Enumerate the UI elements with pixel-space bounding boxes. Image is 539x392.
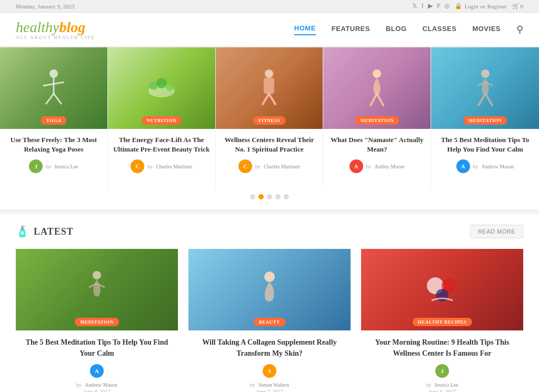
svg-point-24: [264, 272, 275, 282]
by-text: by: [366, 164, 372, 169]
svg-rect-10: [264, 78, 274, 94]
latest-card-content: Will Taking A Collagen Supplement Really…: [188, 330, 351, 392]
author-name: Simon Walters: [258, 382, 290, 388]
carousel-cards: YOGA Use These Freely: The 3 Most Relaxi…: [0, 47, 539, 188]
author-name: Charles Martinez: [264, 164, 300, 169]
cart-icon[interactable]: 🛒 0: [512, 3, 524, 9]
svg-line-15: [377, 94, 383, 105]
svg-point-8: [166, 84, 173, 91]
by-text: by: [46, 164, 51, 169]
latest-card-badge: BEAUTY: [254, 318, 286, 326]
facebook-icon[interactable]: f: [422, 2, 424, 10]
nav-classes[interactable]: CLASSES: [423, 25, 457, 35]
latest-card-badge: MEDITATION: [75, 318, 119, 326]
card-content: Use These Freely: The 3 Most Relaxing Yo…: [0, 129, 107, 177]
carousel-dot[interactable]: [275, 194, 281, 199]
latest-card-content: Your Morning Routine: 9 Health Tips This…: [361, 330, 523, 392]
latest-card[interactable]: BEAUTY Will Taking A Collagen Supplement…: [188, 249, 351, 392]
latest-card-title: Your Morning Routine: 9 Health Tips This…: [365, 337, 519, 359]
by-text: by: [255, 164, 261, 169]
card-title: The Energy Face-Lift As The Ultimate Pre…: [113, 135, 210, 154]
card-content: Wellness Centers Reveal Their No. 1 Spir…: [216, 129, 323, 177]
pinterest-icon[interactable]: P: [437, 2, 441, 10]
carousel-card[interactable]: MEDITATION The 5 Best Meditation Tips To…: [431, 47, 539, 188]
instagram-icon[interactable]: ◎: [444, 2, 450, 10]
nav-movies[interactable]: MOVIES: [472, 25, 501, 35]
latest-icon: 🧴: [16, 225, 29, 238]
author-name-row: by Andrew Mason: [20, 382, 174, 388]
card-image: FITNESS: [216, 47, 323, 129]
card-image: YOGA: [0, 47, 107, 129]
date-text: Monday, January 9, 2023: [16, 3, 74, 9]
card-image: MEDITATION: [431, 47, 539, 129]
read-more-button[interactable]: READ MORE: [470, 225, 523, 238]
carousel-dot[interactable]: [267, 194, 272, 199]
author-name: Jessica Lee: [434, 382, 458, 388]
carousel-card[interactable]: MEDITATION What Does "Namaste" Actually …: [323, 47, 431, 188]
svg-point-7: [156, 78, 167, 88]
social-icons: 𝕏 f ▶ P ◎: [412, 2, 450, 10]
carousel-dot[interactable]: [250, 194, 255, 199]
carousel-dot[interactable]: [284, 194, 289, 199]
login-link[interactable]: Login: [464, 3, 478, 9]
author-avatar: C: [131, 159, 144, 173]
latest-card-badge: HEALTHY RECIPES: [413, 318, 472, 326]
svg-point-13: [373, 69, 381, 78]
author-row: C by Charles Martinez: [113, 159, 210, 173]
nav-features[interactable]: FEATURES: [332, 25, 370, 35]
latest-section: 🧴 LATEST READ MORE MEDITATION The 5 Best…: [0, 214, 539, 392]
svg-line-14: [371, 94, 377, 105]
nav-home[interactable]: HOME: [294, 24, 316, 35]
author-avatar: A: [456, 159, 470, 173]
search-button[interactable]: ⚲: [516, 24, 523, 35]
svg-line-19: [478, 94, 485, 105]
login-area: 🔒 Login or Register: [455, 3, 506, 9]
register-link[interactable]: Register: [487, 3, 507, 9]
section-header: 🧴 LATEST READ MORE: [16, 225, 523, 238]
card-title: What Does "Namaste" Actually Mean?: [328, 135, 425, 154]
header: healthyblog ALL ABOUT HEALTH LIFE HOME F…: [0, 13, 539, 47]
logo[interactable]: healthyblog ALL ABOUT HEALTH LIFE: [16, 19, 95, 40]
card-content: The Energy Face-Lift As The Ultimate Pre…: [108, 129, 215, 177]
cart-count: 0: [521, 3, 524, 9]
author-avatar: S: [263, 364, 276, 378]
author-avatar: J: [435, 364, 449, 378]
carousel-card[interactable]: NUTRITION The Energy Face-Lift As The Ul…: [108, 47, 216, 188]
youtube-icon[interactable]: ▶: [428, 2, 433, 10]
svg-point-16: [481, 69, 490, 78]
card-title: Use These Freely: The 3 Most Relaxing Yo…: [5, 135, 102, 154]
by-text: by: [250, 382, 255, 388]
latest-card-content: The 5 Best Meditation Tips To Help You F…: [16, 330, 178, 392]
card-badge: YOGA: [41, 116, 66, 125]
carousel-card[interactable]: YOGA Use These Freely: The 3 Most Relaxi…: [0, 47, 108, 188]
svg-point-27: [436, 289, 448, 301]
logo-text: healthyblog: [16, 19, 85, 36]
author-avatar: J: [29, 159, 43, 173]
author-row: J by Jessica Lee: [5, 159, 102, 173]
author-name: Ashley Moore: [375, 164, 405, 169]
twitter-icon[interactable]: 𝕏: [412, 2, 417, 10]
svg-line-3: [46, 94, 54, 104]
author-date: June 6, 2017: [365, 389, 519, 392]
author-name: Andrew Mason: [85, 382, 117, 388]
by-text: by: [426, 382, 431, 388]
top-bar: Monday, January 9, 2023 𝕏 f ▶ P ◎ 🔒 Logi…: [0, 0, 539, 13]
carousel-dot[interactable]: [258, 194, 264, 199]
carousel-section: YOGA Use These Freely: The 3 Most Relaxi…: [0, 47, 539, 210]
svg-line-12: [269, 94, 275, 104]
latest-card-image: MEDITATION: [16, 249, 178, 330]
latest-card-image: HEALTHY RECIPES: [361, 249, 523, 330]
card-badge: FITNESS: [253, 116, 285, 125]
nav-blog[interactable]: BLOG: [386, 25, 407, 35]
svg-line-20: [485, 94, 492, 105]
svg-point-0: [49, 69, 58, 78]
carousel-card[interactable]: FITNESS Wellness Centers Reveal Their No…: [216, 47, 324, 188]
logo-healthy: healthy: [16, 19, 59, 35]
latest-card[interactable]: MEDITATION The 5 Best Meditation Tips To…: [16, 249, 178, 392]
author-row: A: [20, 364, 174, 378]
card-badge: NUTRITION: [141, 116, 182, 125]
card-title: Wellness Centers Reveal Their No. 1 Spir…: [221, 135, 318, 154]
latest-card[interactable]: HEALTHY RECIPES Your Morning Routine: 9 …: [361, 249, 523, 392]
top-bar-right: 𝕏 f ▶ P ◎ 🔒 Login or Register 🛒 0: [412, 2, 523, 10]
svg-point-21: [93, 271, 101, 279]
